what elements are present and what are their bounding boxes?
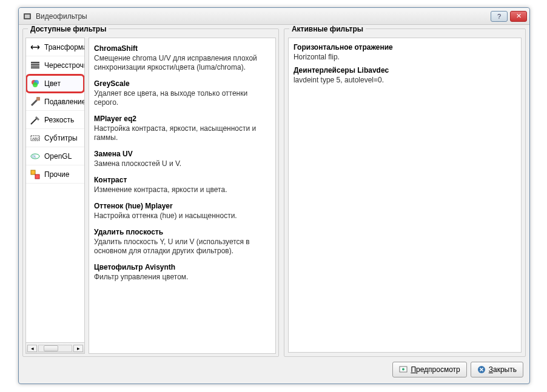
filter-item[interactable]: Замена UVЗамена плоскостей U и V.: [93, 146, 272, 172]
app-icon: [22, 12, 32, 21]
filter-name: ChromaShift: [94, 44, 270, 53]
dialog-footer: Предпросмотр Закрыть: [392, 362, 523, 377]
help-button[interactable]: ?: [491, 11, 508, 22]
svg-point-13: [402, 368, 404, 371]
category-tab-0[interactable]: Трансформация: [26, 38, 84, 56]
svg-rect-5: [36, 97, 40, 101]
filter-desc: Смещение chroma U/V для исправления плох…: [94, 54, 270, 72]
active-filter-desc: lavdeint type 5, autolevel=0.: [294, 76, 516, 84]
category-label: OpenGL: [44, 152, 72, 161]
scroll-left-button[interactable]: ◂: [27, 345, 37, 352]
available-group-label: Доступные фильтры: [28, 25, 109, 33]
filter-desc: Изменение контраста, яркости и цвета.: [94, 185, 270, 194]
filter-item[interactable]: Удалить плоскостьУдалить плоскость Y, U …: [93, 224, 272, 259]
scroll-track[interactable]: [38, 345, 72, 352]
category-tab-5[interactable]: ABCСубтитры: [26, 129, 84, 147]
active-filter-item[interactable]: Деинтерлейсеры Libavdeclavdeint type 5, …: [292, 64, 517, 87]
category-label: Чересстрочность: [44, 61, 84, 70]
filter-item[interactable]: GreyScaleУдаляет все цвета, на выходе то…: [93, 76, 272, 111]
active-filters-group: Активные фильтры Горизонтальное отражени…: [284, 28, 526, 357]
close-icon: [477, 365, 486, 374]
preview-button[interactable]: Предпросмотр: [392, 362, 466, 377]
sidebar-scrollbar[interactable]: ◂ ▸: [25, 343, 85, 354]
svg-point-4: [33, 82, 38, 87]
category-label: Подавление: [44, 98, 84, 106]
svg-text:GL: GL: [32, 154, 36, 158]
category-tab-6[interactable]: GLOpenGL: [26, 147, 84, 165]
category-tab-7[interactable]: Прочие: [26, 165, 84, 184]
scroll-thumb[interactable]: [44, 345, 58, 351]
svg-rect-11: [35, 174, 39, 179]
filter-name: GreyScale: [94, 79, 270, 88]
filter-desc: Настройка оттенка (hue) и насыщенности.: [94, 211, 270, 221]
active-group-label: Активные фильтры: [289, 25, 366, 33]
filter-item[interactable]: Оттенок (hue) MplayerНастройка оттенка (…: [93, 198, 272, 224]
filter-name: MPlayer eq2: [94, 115, 270, 123]
filter-item[interactable]: Цветофильтр AvisynthФильтр управления цв…: [93, 259, 272, 285]
noise-icon: [30, 96, 41, 107]
opengl-icon: GL: [30, 151, 41, 162]
svg-rect-1: [25, 15, 30, 18]
active-filter-list[interactable]: Горизонтальное отражениеHorizontal flip.…: [288, 38, 522, 353]
close-button[interactable]: Закрыть: [471, 362, 523, 377]
filter-desc: Настройка контраста, яркости, насыщеннос…: [94, 124, 270, 142]
preview-icon: [399, 365, 408, 374]
active-filter-item[interactable]: Горизонтальное отражениеHorizontal flip.: [292, 41, 517, 64]
category-label: Трансформация: [44, 43, 84, 51]
category-tab-1[interactable]: Чересстрочность: [26, 56, 84, 75]
titlebar[interactable]: Видеофильтры ? ✕: [19, 8, 529, 25]
filter-name: Оттенок (hue) Mplayer: [94, 202, 270, 210]
available-filters-group: Доступные фильтры ТрансформацияЧересстро…: [22, 28, 279, 357]
category-sidebar: ТрансформацияЧересстрочностьЦветПодавлен…: [25, 38, 85, 354]
scroll-right-button[interactable]: ▸: [73, 345, 83, 352]
category-label: Резкость: [44, 116, 74, 124]
content-area: Доступные фильтры ТрансформацияЧересстро…: [22, 28, 526, 357]
subtitles-icon: ABC: [30, 133, 41, 144]
sharpness-icon: [30, 115, 41, 125]
transform-icon: [30, 42, 41, 53]
filter-name: Замена UV: [94, 150, 270, 158]
svg-text:ABC: ABC: [32, 137, 40, 141]
filter-name: Цветофильтр Avisynth: [94, 263, 270, 271]
filter-desc: Удаляет все цвета, на выходе только отте…: [94, 89, 270, 107]
filter-item[interactable]: MPlayer eq2Настройка контраста, яркости,…: [93, 111, 272, 146]
filter-name: Удалить плоскость: [94, 228, 270, 236]
close-label: Закрыть: [489, 365, 517, 374]
window-title: Видеофильтры: [36, 12, 488, 21]
category-tab-4[interactable]: Резкость: [26, 111, 84, 129]
active-filter-name: Деинтерлейсеры Libavdec: [294, 66, 516, 75]
category-label: Прочие: [44, 170, 69, 179]
filter-item[interactable]: КонтрастИзменение контраста, яркости и ц…: [93, 172, 272, 198]
category-tab-3[interactable]: Подавление: [26, 93, 84, 111]
category-label: Субтитры: [44, 134, 78, 142]
category-list: ТрансформацияЧересстрочностьЦветПодавлен…: [25, 38, 85, 343]
interlace-icon: [30, 60, 41, 71]
misc-icon: [30, 169, 41, 180]
dialog-window: Видеофильтры ? ✕ Доступные фильтры Транс…: [18, 7, 530, 384]
filter-desc: Фильтр управления цветом.: [94, 273, 270, 282]
active-filter-desc: Horizontal flip.: [294, 53, 516, 61]
close-window-button[interactable]: ✕: [510, 11, 527, 22]
active-filter-name: Горизонтальное отражение: [294, 43, 516, 51]
filter-desc: Удалить плоскость Y, U или V (использует…: [94, 238, 270, 256]
available-filter-list[interactable]: ChromaShiftСмещение chroma U/V для испра…: [89, 38, 276, 354]
category-label: Цвет: [44, 79, 61, 88]
filter-desc: Замена плоскостей U и V.: [94, 159, 270, 168]
color-icon: [30, 78, 41, 89]
svg-rect-10: [31, 170, 35, 174]
filter-name: Контраст: [94, 176, 270, 184]
filter-item[interactable]: ChromaShiftСмещение chroma U/V для испра…: [93, 41, 272, 76]
preview-label: Предпросмотр: [411, 365, 460, 374]
category-tab-2[interactable]: Цвет: [26, 75, 84, 93]
